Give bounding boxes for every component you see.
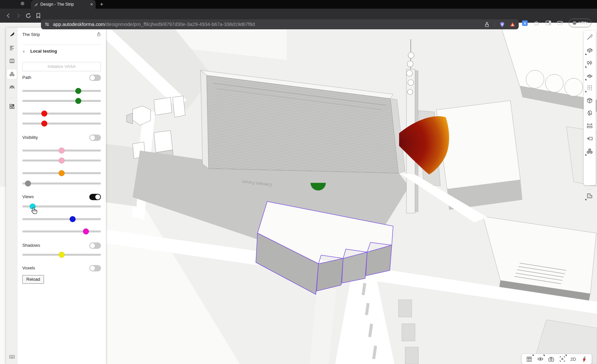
measure-tool-icon[interactable] (586, 123, 593, 129)
forward-icon[interactable] (15, 13, 21, 19)
visibility-slider-2[interactable] (22, 160, 101, 162)
visibility-slider-3[interactable] (22, 172, 101, 174)
layers-list-icon[interactable] (9, 45, 15, 51)
slider-thumb[interactable] (41, 121, 47, 127)
magic-wand-icon[interactable] (586, 34, 593, 41)
keyboard-icon[interactable] (9, 354, 15, 360)
share-icon[interactable] (96, 32, 101, 37)
panel-content: The Strip ‹ Local testing Initialize VAS… (18, 28, 106, 364)
extension-title: Local testing (30, 49, 57, 54)
section-label-path: Path (22, 75, 31, 80)
slider-thumb[interactable] (59, 158, 65, 164)
brave-rewards-icon[interactable] (510, 22, 515, 27)
sidebar-rail (6, 28, 18, 364)
visibility-toggle[interactable] (89, 135, 101, 141)
slider-thumb[interactable] (59, 170, 65, 176)
volume-tool-icon[interactable] (586, 97, 593, 104)
site-settings-icon[interactable] (44, 22, 50, 27)
divider (22, 44, 101, 45)
toggle-knob (90, 243, 95, 248)
views-slider-2[interactable] (22, 218, 101, 220)
toggle-knob (90, 135, 95, 140)
tab-close-icon[interactable]: × (90, 2, 93, 7)
visibility-eye-icon[interactable] (537, 355, 544, 363)
share-icon[interactable] (484, 22, 490, 27)
views-slider-3[interactable] (22, 230, 101, 232)
section-label-shadows: Shadows (22, 243, 40, 248)
shadows-toggle[interactable] (89, 242, 101, 249)
path-slider-3[interactable] (22, 113, 101, 115)
forma-logo-icon[interactable] (9, 31, 15, 37)
slider-thumb[interactable] (25, 181, 31, 186)
wallet-icon[interactable] (557, 20, 563, 26)
road-markings-tool-icon[interactable] (586, 85, 593, 91)
toggle-knob (90, 75, 95, 80)
library-book-icon[interactable] (9, 58, 15, 64)
slider-thumb[interactable] (41, 111, 47, 117)
people-icon[interactable] (9, 85, 15, 90)
slider-thumb[interactable] (70, 216, 76, 222)
slider-thumb[interactable] (75, 98, 81, 104)
section-label-voxels: Voxels (22, 265, 35, 270)
browser-tab-bar: Design - The Strip × + (0, 0, 597, 9)
reload-button[interactable]: Reload (22, 275, 44, 284)
toggle-knob (90, 266, 95, 271)
back-icon[interactable]: ‹ (23, 48, 25, 54)
slider-thumb[interactable] (59, 148, 65, 154)
initialize-vasa-button[interactable]: Initialize VASA (22, 62, 101, 71)
visibility-slider-1[interactable] (22, 150, 101, 152)
2d-mode-label: 2D (570, 357, 576, 362)
voxels-toggle[interactable] (89, 265, 101, 271)
reload-icon[interactable] (25, 13, 31, 19)
window-close-button[interactable] (21, 2, 24, 5)
slider-thumb[interactable] (83, 228, 89, 234)
views-toggle[interactable] (89, 194, 101, 200)
divider (494, 22, 495, 27)
browser-tab[interactable]: Design - The Strip × (31, 0, 96, 9)
path-toggle[interactable] (89, 75, 101, 81)
zone-tool-icon[interactable] (586, 73, 593, 79)
translate-icon[interactable]: A (522, 20, 528, 26)
slider-thumb[interactable] (75, 88, 81, 94)
visibility-slider-4[interactable] (22, 182, 101, 184)
tab-title: Design - The Strip (40, 2, 88, 7)
compass-icon[interactable] (581, 355, 588, 363)
section-label-visibility: Visibility (22, 135, 38, 140)
path-slider-2[interactable] (22, 100, 101, 102)
address-bar[interactable]: app.autodeskforma.com/designmode/pro_ffi… (41, 19, 519, 29)
browser-toolbar: app.autodeskforma.com/designmode/pro_ffi… (0, 9, 597, 23)
grid-view-icon[interactable] (526, 355, 533, 363)
vegetation-tool-icon[interactable] (586, 60, 593, 67)
vpn-button[interactable]: VPN (569, 19, 591, 27)
extensions-puzzle-icon[interactable] (534, 20, 540, 26)
extensions-area: A VPN (522, 19, 597, 27)
shadows-slider-1[interactable] (22, 254, 101, 256)
svg-text:A: A (524, 21, 526, 25)
apps-grid-icon[interactable] (9, 104, 15, 109)
brave-shields-icon[interactable] (499, 22, 505, 27)
back-icon[interactable] (5, 13, 11, 19)
path-slider-4[interactable] (22, 123, 101, 125)
camera-icon[interactable] (548, 355, 555, 363)
massing-tool-icon[interactable] (586, 148, 593, 155)
sidebar-icon[interactable] (545, 20, 551, 26)
section-label-views: Views (22, 194, 34, 199)
solid-tool-icon[interactable] (586, 110, 593, 117)
focus-selection-icon[interactable] (559, 355, 566, 363)
bookmark-icon[interactable] (35, 13, 41, 19)
view-controls-toolbar: 2D (522, 354, 592, 364)
2d-mode-button[interactable]: 2D (570, 355, 577, 363)
building-tool-icon[interactable] (586, 47, 593, 54)
rail-divider (9, 98, 15, 98)
design-toolbar (584, 31, 596, 185)
toolbar-divider (586, 189, 593, 189)
toggle-knob (95, 194, 100, 199)
slider-thumb[interactable] (59, 252, 65, 258)
geometry-cubes-icon[interactable] (9, 71, 15, 77)
url-path: /designmode/pro_ffilcjhed9/8797d30e-3a29… (105, 22, 255, 27)
path-slider-1[interactable] (22, 90, 101, 92)
new-tab-button[interactable]: + (100, 1, 103, 8)
vpn-status-icon (572, 21, 577, 25)
label-tool-icon[interactable] (586, 135, 593, 142)
area-selection-tool-icon[interactable] (586, 192, 593, 199)
